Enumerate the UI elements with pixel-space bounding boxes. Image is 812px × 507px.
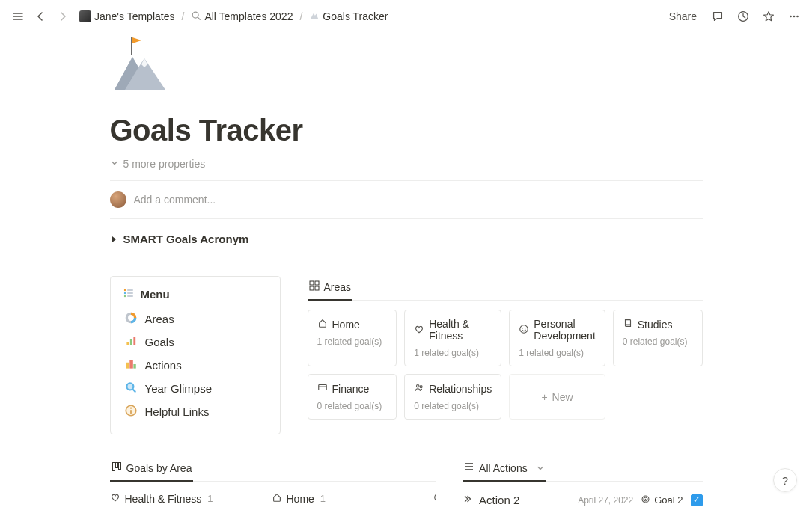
action-row[interactable]: Action 2 April 27, 2022 Goal 2 ✓ (463, 489, 702, 507)
breadcrumb-item[interactable]: Goals Tracker (306, 9, 391, 25)
page-title[interactable]: Goals Tracker (110, 114, 703, 147)
breadcrumb-label: Jane's Templates (94, 10, 174, 22)
action-goal[interactable]: Goal 2 (641, 494, 683, 506)
svg-rect-14 (129, 339, 132, 345)
smart-toggle[interactable]: SMART Goals Acronym (110, 219, 703, 259)
more-properties-toggle[interactable]: 5 more properties (110, 152, 703, 181)
svg-point-10 (123, 295, 125, 297)
svg-point-31 (417, 385, 420, 388)
menu-item[interactable]: Year Glimpse (123, 377, 268, 400)
menu-item[interactable]: Actions (123, 354, 268, 377)
svg-rect-17 (129, 360, 133, 368)
svg-point-42 (434, 494, 436, 502)
smile-icon (433, 492, 436, 505)
list-icon (123, 287, 135, 301)
svg-rect-24 (315, 281, 319, 285)
help-button[interactable]: ? (773, 468, 797, 492)
group-header[interactable]: Personal Dev (433, 492, 436, 505)
svg-point-2 (790, 16, 792, 18)
clock-icon[interactable] (734, 7, 752, 25)
menu-item[interactable]: Helpful Links (123, 400, 268, 423)
forward-button[interactable] (54, 7, 72, 25)
breadcrumb-separator: / (180, 10, 186, 22)
group-count: 1 (320, 493, 326, 504)
triangle-right-icon (110, 233, 117, 245)
breadcrumb: Jane's Templates / All Templates 2022 / … (76, 9, 391, 25)
areas-tabs: Areas (308, 276, 703, 301)
area-card[interactable]: Home1 related goal(s) (308, 310, 397, 366)
area-subtext: 1 related goal(s) (317, 337, 388, 347)
chevrons-icon (463, 494, 473, 506)
area-name: Relationships (429, 383, 492, 395)
action-date: April 27, 2022 (578, 495, 633, 506)
help-label: ? (782, 474, 788, 487)
group-header[interactable]: Health & Fitness1 (110, 492, 260, 505)
svg-rect-18 (133, 364, 135, 369)
tab-areas[interactable]: Areas (308, 276, 353, 301)
goal-group: Personal Dev Goal 3 August 1, 2022 (433, 492, 436, 507)
group-header[interactable]: Home1 (272, 492, 421, 505)
svg-point-27 (520, 325, 528, 333)
breadcrumb-item[interactable]: All Templates 2022 (188, 9, 296, 25)
gallery-icon (309, 280, 320, 293)
page-icon[interactable] (110, 36, 703, 108)
actions-tabs: All Actions (463, 457, 702, 482)
more-icon[interactable] (785, 7, 803, 25)
area-card[interactable]: Personal Development1 related goal(s) (509, 310, 605, 366)
svg-rect-23 (310, 281, 314, 285)
topbar-left: Jane's Templates / All Templates 2022 / … (9, 7, 391, 25)
menu-item-label: Year Glimpse (145, 382, 213, 395)
avatar (110, 191, 126, 208)
area-subtext: 0 related goal(s) (623, 337, 693, 347)
menu-item-label: Helpful Links (145, 405, 210, 418)
share-button[interactable]: Share (665, 9, 701, 24)
group-name: Home (287, 493, 314, 505)
menu-item[interactable]: Areas (123, 307, 268, 331)
menu-item-label: Goals (145, 336, 174, 348)
plus-icon: + (541, 391, 547, 403)
svg-point-4 (796, 16, 799, 18)
comment-row[interactable]: Add a comment... (110, 181, 703, 219)
svg-rect-35 (118, 463, 120, 470)
tab-label: Areas (324, 281, 352, 293)
menu-title-label: Menu (141, 288, 170, 301)
tab-all-actions[interactable]: All Actions (463, 457, 546, 482)
back-button[interactable] (31, 7, 49, 25)
people-icon (414, 382, 424, 395)
star-icon[interactable] (760, 7, 778, 25)
menu-item[interactable]: Goals (123, 331, 268, 354)
heart-icon (110, 492, 120, 505)
new-label: New (552, 391, 573, 403)
area-card[interactable]: Finance0 related goal(s) (308, 374, 397, 420)
donut-icon (124, 311, 138, 327)
tab-label: Goals by Area (126, 462, 192, 474)
svg-rect-15 (133, 337, 135, 345)
hamburger-icon[interactable] (9, 7, 27, 25)
area-card[interactable]: Studies0 related goal(s) (613, 310, 703, 366)
goal-group: Home1 Goal 2 April 30, 2022✓achieved (272, 492, 421, 507)
card-icon (317, 382, 328, 395)
target-icon (641, 494, 650, 506)
breadcrumb-item[interactable]: Jane's Templates (76, 9, 177, 24)
area-name: Finance (332, 383, 370, 395)
blocks-icon (124, 357, 138, 373)
breadcrumb-label: All Templates 2022 (204, 10, 293, 22)
chevron-down-icon (537, 462, 544, 474)
info-icon (124, 404, 138, 420)
svg-rect-33 (112, 463, 115, 471)
checkbox[interactable]: ✓ (691, 494, 703, 506)
svg-point-8 (123, 292, 125, 294)
new-area-button[interactable]: +New (509, 374, 605, 420)
breadcrumb-label: Goals Tracker (323, 10, 388, 22)
menu-card: Menu AreasGoalsActionsYear GlimpseHelpfu… (110, 276, 281, 434)
workspace-icon (79, 10, 91, 22)
tab-goals-by-area[interactable]: Goals by Area (110, 457, 194, 482)
action-list: Action 2 April 27, 2022 Goal 2 ✓ Action … (463, 489, 702, 507)
magnifier-icon (124, 381, 138, 396)
area-card[interactable]: Relationships0 related goal(s) (404, 374, 501, 420)
home-icon (272, 492, 282, 505)
group-count: 1 (207, 493, 213, 504)
comments-icon[interactable] (709, 7, 727, 25)
svg-point-29 (525, 327, 525, 328)
area-card[interactable]: Health & Fitness1 related goal(s) (404, 310, 501, 366)
